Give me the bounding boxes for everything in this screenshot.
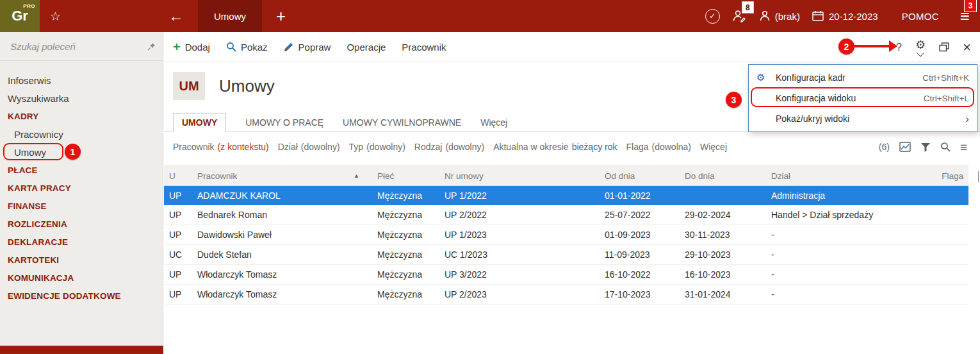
settings-gear-button[interactable]: ⚙: [915, 39, 926, 56]
cell-u: UC: [164, 249, 192, 260]
edit-button[interactable]: Popraw: [284, 42, 331, 53]
column-header-pracownik[interactable]: Pracownik ▲: [192, 171, 372, 181]
menu-item-konfiguracja-widoku[interactable]: Konfiguracja widoku Ctrl+Shift+L: [749, 88, 977, 108]
operations-menu-button[interactable]: Operacje: [347, 42, 386, 53]
hamburger-menu-icon[interactable]: ≡ 3: [960, 8, 970, 24]
cell-nr-umowy: UP 2/2023: [439, 289, 600, 299]
cell-do-dnia: 16-10-2023: [680, 269, 766, 280]
operations-label: Operacje: [347, 42, 386, 53]
sidebar-header-rozliczenia[interactable]: ROZLICZENIA: [0, 215, 163, 233]
table-row[interactable]: UP Bednarek Roman Mężczyzna UP 2/2022 25…: [164, 205, 968, 225]
help-question-icon[interactable]: ?: [896, 42, 902, 53]
cell-pracownik: ADAMCZUK KAROL: [192, 190, 372, 201]
pin-icon[interactable]: [147, 42, 156, 51]
filter-pracownik[interactable]: Pracownik(z kontekstu): [173, 142, 269, 152]
sidebar-item-label: FINANSE: [8, 201, 47, 211]
table-row[interactable]: UP Włodarczyk Tomasz Mężczyzna UP 3/2022…: [164, 265, 968, 285]
cell-do-dnia: 30-11-2023: [680, 230, 766, 240]
sidebar-header-place[interactable]: PŁACE: [0, 161, 163, 179]
filter-wiecej[interactable]: Więcej: [700, 142, 727, 152]
column-header-flaga[interactable]: Flaga: [923, 171, 968, 181]
cell-pracownik: Włodarczyk Tomasz: [192, 289, 372, 299]
back-arrow-icon[interactable]: ←: [168, 8, 184, 24]
list-options-icon[interactable]: ≡: [960, 141, 967, 153]
column-header-nr-umowy[interactable]: Nr umowy: [439, 171, 600, 181]
toolbar-right-cluster: ? ⚙ ×: [896, 32, 971, 62]
magnifier-icon: [226, 42, 236, 52]
menu-item-label: Konfiguracja widoku: [776, 93, 856, 103]
menu-item-shortcut: Ctrl+Shift+L: [924, 94, 969, 103]
sidebar-header-karta-pracy[interactable]: KARTA PRACY: [0, 179, 163, 197]
table-row[interactable]: UC Dudek Stefan Mężczyzna UC 1/2023 11-0…: [164, 245, 968, 265]
restore-window-icon[interactable]: [939, 42, 949, 52]
sidebar-footer-bar: [0, 346, 163, 354]
filter-label: Flaga: [626, 142, 648, 152]
command-search-input[interactable]: [9, 40, 147, 53]
sidebar-header-komunikacja[interactable]: KOMUNIKACJA: [0, 269, 163, 287]
filter-typ[interactable]: Typ(dowolny): [349, 142, 405, 152]
sidebar-item-label: Pracownicy: [14, 129, 63, 140]
sidebar-item-label: KOMUNIKACJA: [8, 273, 74, 283]
help-button[interactable]: POMOC: [902, 11, 939, 22]
contracts-table: U Pracownik ▲ Płeć Nr umowy Od dnia Do d…: [164, 165, 968, 305]
status-check-icon[interactable]: ✓: [705, 9, 720, 24]
column-header-od-dnia[interactable]: Od dnia: [600, 171, 680, 181]
cell-dzial: -: [766, 230, 923, 240]
column-header-plec[interactable]: Płeć: [372, 171, 439, 181]
table-row[interactable]: UP ADAMCZUK KAROL Mężczyzna UP 1/2022 01…: [164, 186, 968, 205]
sidebar-item-umowy[interactable]: Umowy: [0, 143, 163, 161]
cell-plec: Mężczyzna: [372, 190, 439, 201]
show-button[interactable]: Pokaż: [226, 42, 268, 53]
cell-nr-umowy: UP 3/2022: [439, 269, 600, 280]
sidebar-item-wyszukiwarka[interactable]: Wyszukiwarka: [0, 89, 163, 107]
sessions-count-badge: 8: [742, 1, 754, 13]
cell-u: UP: [164, 269, 192, 280]
cell-plec: Mężczyzna: [372, 249, 439, 260]
column-header-u[interactable]: U: [164, 171, 192, 181]
sidebar-header-kartoteki[interactable]: KARTOTEKI: [0, 251, 163, 269]
filter-flaga[interactable]: Flaga(dowolna): [626, 142, 691, 152]
view-tab-umowy[interactable]: UMOWY: [173, 113, 226, 132]
column-header-dzial[interactable]: Dział: [766, 171, 923, 181]
chart-view-icon[interactable]: [899, 142, 911, 152]
favorites-star-icon[interactable]: ☆: [50, 9, 61, 24]
gear-icon: ⚙: [915, 39, 926, 51]
filter-rodzaj[interactable]: Rodzaj(dowolny): [414, 142, 484, 152]
add-button[interactable]: + Dodaj: [173, 40, 210, 53]
sessions-button[interactable]: 8: [732, 9, 746, 23]
close-icon[interactable]: ×: [963, 40, 971, 55]
table-row[interactable]: UP Dawidowski Paweł Mężczyzna UP 1/2023 …: [164, 225, 968, 245]
current-user-button[interactable]: (brak): [758, 10, 800, 22]
sidebar-item-infoserwis[interactable]: Infoserwis: [0, 71, 163, 89]
cell-pracownik: Włodarczyk Tomasz: [192, 269, 372, 280]
sidebar-header-deklaracje[interactable]: DEKLARACJE: [0, 233, 163, 251]
sidebar-header-finanse[interactable]: FINANSE: [0, 197, 163, 215]
search-list-icon[interactable]: [940, 142, 951, 152]
new-tab-icon[interactable]: +: [276, 8, 286, 24]
cell-nr-umowy: UC 1/2023: [439, 249, 600, 260]
cell-dzial: Handel > Dział sprzedaży: [766, 210, 923, 220]
filter-aktualna-w-okresie[interactable]: Aktualna w okresiebieżący rok: [493, 142, 617, 152]
sidebar-item-label: Umowy: [14, 147, 46, 158]
table-row[interactable]: UP Włodarczyk Tomasz Mężczyzna UP 2/2023…: [164, 285, 968, 305]
topbar-tab-umowy[interactable]: Umowy: [198, 0, 262, 32]
sidebar-item-pracownicy[interactable]: Pracownicy: [0, 125, 163, 143]
sidebar-header-ewidencje-dodatkowe[interactable]: EWIDENCJE DODATKOWE: [0, 287, 163, 305]
app-logo[interactable]: Gr PRO: [0, 0, 40, 32]
filter-dzial[interactable]: Dział(dowolny): [278, 142, 340, 152]
view-tab-umowy-o-prace[interactable]: UMOWY O PRACĘ: [245, 114, 323, 131]
menu-item-pokaz-ukryj-widoki[interactable]: Pokaż/ukryj widoki ›: [749, 108, 977, 129]
view-tab-umowy-cywilnoprawne[interactable]: UMOWY CYWILNOPRAWNE: [343, 114, 461, 131]
work-date-button[interactable]: 20-12-2023: [812, 10, 878, 22]
view-tab-wiecej[interactable]: Więcej: [480, 114, 507, 131]
sidebar-item-label: Infoserwis: [8, 75, 51, 86]
sidebar-header-kadry[interactable]: KADRY: [0, 107, 163, 125]
employee-menu-button[interactable]: Pracownik: [402, 42, 446, 53]
menu-item-konfiguracja-kadr[interactable]: ⚙ Konfiguracja kadr Ctrl+Shift+K: [749, 67, 977, 88]
sidebar-item-label: DEKLARACJE: [8, 237, 68, 247]
funnel-filter-icon[interactable]: [920, 142, 931, 152]
column-header-do-dnia[interactable]: Do dnia: [680, 171, 766, 181]
cell-plec: Mężczyzna: [372, 289, 439, 299]
scroll-up-icon[interactable]: [978, 171, 979, 181]
topbar-tab-label: Umowy: [214, 11, 246, 22]
